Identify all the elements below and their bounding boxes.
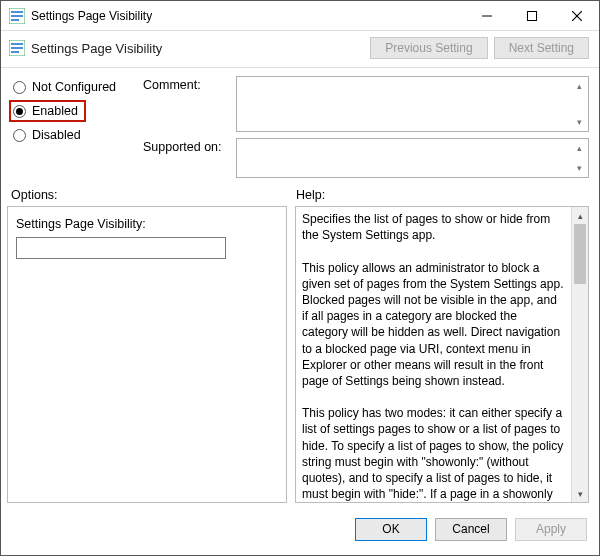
radio-icon [13, 81, 26, 94]
chevron-up-icon[interactable]: ▴ [572, 79, 586, 93]
apply-button[interactable]: Apply [515, 518, 587, 541]
radio-label: Not Configured [32, 80, 116, 94]
radio-not-configured[interactable]: Not Configured [13, 80, 143, 94]
comment-label: Comment: [143, 76, 228, 132]
close-button[interactable] [554, 1, 599, 30]
titlebar: Settings Page Visibility [1, 1, 599, 31]
nav-buttons: Previous Setting Next Setting [370, 37, 589, 59]
radio-label: Disabled [32, 128, 81, 142]
svg-rect-1 [11, 11, 23, 13]
next-setting-button[interactable]: Next Setting [494, 37, 589, 59]
comment-textarea[interactable]: ▴ ▾ [236, 76, 589, 132]
supported-row: Supported on: ▴ ▾ [143, 138, 589, 178]
help-scrollbar[interactable]: ▴ ▾ [571, 207, 588, 502]
minimize-icon [482, 11, 492, 21]
radio-icon [13, 129, 26, 142]
close-icon [572, 11, 582, 21]
window-controls [464, 1, 599, 30]
enabled-highlight: Enabled [9, 100, 86, 122]
upper-right: Comment: ▴ ▾ Supported on: ▴ ▾ [143, 76, 589, 178]
previous-setting-button[interactable]: Previous Setting [370, 37, 487, 59]
svg-rect-3 [11, 19, 19, 21]
dialog-window: Settings Page Visibility Settings Page V… [0, 0, 600, 556]
maximize-icon [527, 11, 537, 21]
maximize-button[interactable] [509, 1, 554, 30]
lower-section: Settings Page Visibility: Specifies the … [1, 206, 599, 511]
chevron-down-icon[interactable]: ▾ [572, 115, 586, 129]
section-labels: Options: Help: [1, 178, 599, 206]
options-panel: Settings Page Visibility: [7, 206, 287, 503]
svg-rect-5 [527, 11, 536, 20]
app-icon [9, 8, 25, 24]
svg-line-7 [572, 11, 582, 21]
supported-textarea: ▴ ▾ [236, 138, 589, 178]
scroll-up-icon[interactable]: ▴ [572, 207, 588, 224]
ok-button[interactable]: OK [355, 518, 427, 541]
state-radio-group: Not Configured Enabled Disabled [13, 76, 143, 178]
chevron-up-icon[interactable]: ▴ [572, 141, 586, 155]
cancel-button[interactable]: Cancel [435, 518, 507, 541]
radio-disabled[interactable]: Disabled [13, 128, 143, 142]
policy-title: Settings Page Visibility [31, 41, 370, 56]
svg-rect-9 [11, 43, 23, 45]
upper-section: Not Configured Enabled Disabled Comment:… [1, 68, 599, 178]
help-section-label: Help: [296, 188, 589, 202]
help-panel: Specifies the list of pages to show or h… [295, 206, 589, 503]
header-row: Settings Page Visibility Previous Settin… [1, 31, 599, 63]
settings-visibility-label: Settings Page Visibility: [16, 217, 276, 231]
svg-rect-2 [11, 15, 23, 17]
chevron-down-icon[interactable]: ▾ [572, 161, 586, 175]
radio-label: Enabled [32, 104, 78, 118]
scroll-thumb[interactable] [574, 224, 586, 284]
options-section-label: Options: [11, 188, 296, 202]
radio-icon [13, 105, 26, 118]
window-title: Settings Page Visibility [31, 9, 464, 23]
footer: OK Cancel Apply [1, 511, 599, 555]
scroll-down-icon[interactable]: ▾ [572, 485, 588, 502]
scroll-track[interactable] [572, 224, 588, 485]
svg-rect-10 [11, 47, 23, 49]
minimize-button[interactable] [464, 1, 509, 30]
comment-row: Comment: ▴ ▾ [143, 76, 589, 132]
radio-enabled[interactable]: Enabled [13, 104, 78, 118]
svg-line-6 [572, 11, 582, 21]
policy-icon [9, 40, 25, 56]
settings-visibility-input[interactable] [16, 237, 226, 259]
help-text: Specifies the list of pages to show or h… [296, 207, 571, 502]
svg-rect-11 [11, 51, 19, 53]
supported-label: Supported on: [143, 138, 228, 178]
